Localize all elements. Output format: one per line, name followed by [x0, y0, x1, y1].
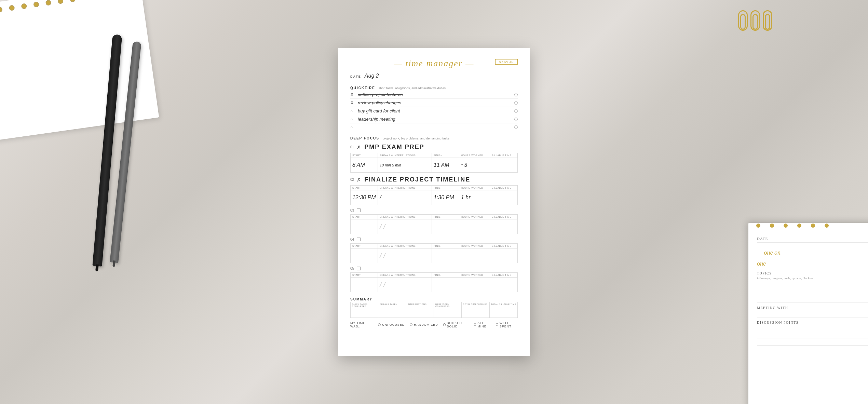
- time-option-label-randomized: RANDOMIZED: [414, 323, 438, 326]
- grid-val-finish-02: 1:30 PM: [432, 190, 459, 205]
- spiral-dot-right: [811, 224, 815, 228]
- summary-cell-2: BREAKS TAKEN: [378, 302, 406, 318]
- grid-val-start-05: [351, 278, 378, 292]
- summary-label-5: TOTAL TIME WORKED: [463, 303, 488, 306]
- item-circle-2: [514, 101, 518, 105]
- summary-cell-6: TOTAL BILLABLE TIME: [490, 302, 517, 318]
- quickfire-item-4: ○ leadership meeting: [350, 115, 518, 123]
- planner-title: — time manager —: [350, 58, 518, 69]
- grid-header-billable-02: BILLABLE TIME: [490, 186, 517, 190]
- grid-val-breaks-01: 10 min 5 min: [378, 158, 432, 172]
- option-circle-allmine: [474, 323, 476, 326]
- task-title-01: PMP EXAM PREP: [364, 144, 424, 151]
- grid-val-hours-04: [459, 248, 490, 263]
- topics-subtitle: follow-ups, progress, goals, updates, bl…: [757, 277, 868, 280]
- grid-val-start-03: [351, 219, 378, 234]
- task-number-01: 01: [350, 145, 354, 149]
- item-text-3: buy gift card for client: [358, 108, 400, 113]
- task-number-05: 05: [350, 267, 354, 270]
- summary-value-3: [408, 309, 432, 314]
- grid-val-finish-05: [432, 278, 459, 292]
- grid-header-breaks-05: BREAKS & INTERRUPTIONS: [378, 273, 432, 278]
- time-grid-03: START BREAKS & INTERRUPTIONS FINISH HOUR…: [350, 214, 518, 234]
- item-text-1: outline project features: [358, 92, 403, 97]
- quickfire-item-5: ○: [350, 123, 518, 131]
- check-icon-1: ✗: [350, 92, 355, 97]
- date-label: DATE: [350, 75, 361, 78]
- paperclips: [738, 10, 772, 31]
- quickfire-item-2: ✗ review policy changes: [350, 99, 518, 107]
- topics-line-1: [757, 283, 868, 288]
- spiral-right: [754, 223, 868, 228]
- check-icon-2: ✗: [350, 100, 355, 105]
- item-circle-5: [514, 125, 518, 129]
- spiral-dot-right: [784, 224, 788, 228]
- planner-header: — time manager — inksvolt: [350, 58, 518, 69]
- task-check-04: [357, 238, 361, 241]
- time-grid-05: START BREAKS & INTERRUPTIONS FINISH HOUR…: [350, 272, 518, 292]
- summary-label-6: TOTAL BILLABLE TIME: [491, 303, 516, 306]
- summary-value-6: [491, 309, 516, 314]
- grid-val-start-01: 8 AM: [351, 158, 378, 172]
- spiral-dot-right: [770, 224, 774, 228]
- time-option-unfocused: UNFOCUSED: [378, 323, 405, 326]
- quickfire-left-2: ✗ review policy changes: [350, 100, 514, 105]
- grid-header-hours-02: HOURS WORKED: [459, 186, 490, 190]
- meeting-with-line: [757, 311, 868, 318]
- summary-grid: QUICK TASKS COMPLETED BREAKS TAKEN INTER…: [350, 302, 518, 318]
- grid-val-finish-04: [432, 248, 459, 263]
- disc-line-3: [757, 340, 868, 346]
- grid-header-breaks-01: BREAKS & INTERRUPTIONS: [378, 153, 432, 158]
- task-check-05: [357, 267, 361, 270]
- time-option-label-allmine: ALL MINE: [477, 321, 491, 328]
- summary-value-4: [435, 311, 460, 317]
- task-check-03: [357, 208, 361, 212]
- quickfire-left-3: ○ buy gift card for client: [350, 108, 514, 113]
- item-circle-4: [514, 118, 518, 121]
- grid-header-start-01: START: [351, 153, 378, 158]
- quickfire-item-3: ○ buy gift card for client: [350, 107, 518, 115]
- time-was-row: MY TIME WAS... UNFOCUSED RANDOMIZED BOOK…: [350, 321, 518, 328]
- task-row-04: 04: [350, 238, 518, 241]
- brand-badge: inksvolt: [495, 59, 518, 65]
- item-circle-1: [514, 93, 518, 96]
- grid-val-hours-03: [459, 219, 490, 234]
- time-grid-02: START BREAKS & INTERRUPTIONS FINISH HOUR…: [350, 185, 518, 205]
- deep-focus-section: DEEP FOCUS project work, big problems, a…: [350, 136, 518, 292]
- task-row-01: 01 ✗ PMP EXAM PREP: [350, 144, 518, 151]
- date-row: DATE Aug 2: [350, 73, 518, 82]
- task-row-02: 02 ✗ FINALIZE PROJECT TIMELINE: [350, 176, 518, 183]
- grid-header-finish-02: FINISH: [432, 186, 459, 190]
- quickfire-left-1: ✗ outline project features: [350, 92, 514, 97]
- spiral-dot-right: [797, 224, 801, 228]
- grid-header-hours-05: HOURS WORKED: [459, 273, 490, 278]
- grid-val-hours-05: [459, 278, 490, 292]
- notebook-right-date-label: DATE: [757, 237, 868, 241]
- summary-label-2: BREAKS TAKEN: [380, 303, 404, 306]
- summary-value-2: [380, 309, 404, 314]
- summary-label-3: INTERRUPTIONS: [408, 303, 432, 306]
- topics-line-2: [757, 290, 868, 295]
- grid-val-breaks-03: / /: [378, 219, 432, 234]
- summary-cell-3: INTERRUPTIONS: [406, 302, 434, 318]
- grid-header-start-05: START: [351, 273, 378, 278]
- deep-focus-header: DEEP FOCUS project work, big problems, a…: [350, 136, 518, 140]
- grid-val-billable-03: [490, 219, 517, 234]
- time-option-booked: BOOKED SOLID: [443, 321, 469, 328]
- paperclip-2: [750, 10, 760, 31]
- spiral-dot: [9, 5, 15, 11]
- grid-header-hours-03: HOURS WORKED: [459, 215, 490, 219]
- quickfire-header: QUICKFIRE short tasks, obligations, and …: [350, 86, 518, 90]
- grid-val-hours-02: 1 hr: [459, 190, 490, 205]
- time-option-label-unfocused: UNFOCUSED: [382, 323, 405, 326]
- spiral-dot: [70, 0, 76, 2]
- grid-val-start-04: [351, 248, 378, 263]
- task-title-02: FINALIZE PROJECT TIMELINE: [364, 176, 470, 183]
- check-icon-5: ○: [350, 125, 355, 130]
- disc-line-1: [757, 326, 868, 331]
- option-circle-wellspent: [496, 323, 498, 326]
- quickfire-section: QUICKFIRE short tasks, obligations, and …: [350, 86, 518, 131]
- summary-section: SUMMARY QUICK TASKS COMPLETED BREAKS TAK…: [350, 297, 518, 328]
- planner: — time manager — inksvolt DATE Aug 2 QUI…: [338, 48, 530, 356]
- task-number-04: 04: [350, 238, 354, 241]
